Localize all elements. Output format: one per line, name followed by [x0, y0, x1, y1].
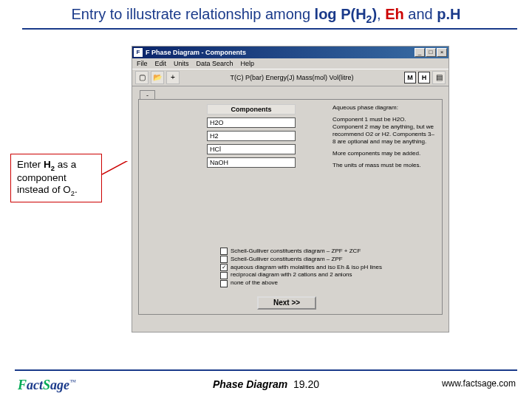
toolbar-extra-icon[interactable]: ▤	[432, 71, 446, 84]
footer: FactSage™ Phase Diagram 19.20 www.factsa…	[0, 374, 532, 393]
menu-data-search[interactable]: Data Search	[197, 60, 233, 67]
option-4[interactable]: reciprocal diagram with 2 cations and 2 …	[220, 271, 427, 279]
minimize-button[interactable]: _	[415, 48, 425, 57]
checkbox-icon[interactable]	[220, 272, 228, 279]
info-text-3: The units of mass must be moles.	[332, 162, 436, 169]
callout-box: Enter H2 as a component instead of O2.	[10, 154, 102, 202]
option-1[interactable]: Scheil-Gulliver constituents diagram – Z…	[220, 248, 427, 256]
menu-bar: File Edit Units Data Search Help	[132, 58, 449, 69]
component-1-input[interactable]	[207, 117, 296, 128]
components-block: Components	[207, 104, 296, 171]
checkbox-checked-icon[interactable]: ✓	[220, 264, 228, 271]
window-title: F Phase Diagram - Components	[146, 49, 415, 56]
menu-units[interactable]: Units	[174, 60, 189, 67]
app-icon: F	[134, 48, 143, 57]
components-header: Components	[207, 104, 296, 115]
toolbar-caption: T(C) P(bar) Energy(J) Mass(mol) Vol(litr…	[231, 74, 354, 81]
toolbar-h-icon[interactable]: H	[418, 72, 430, 83]
open-icon[interactable]: 📂	[151, 71, 164, 84]
slide-title: Entry to illustrate relationship among l…	[0, 0, 532, 28]
component-3-input[interactable]	[207, 144, 296, 154]
option-3[interactable]: ✓aqueous diagram with molalities and iso…	[220, 264, 427, 272]
info-heading: Aqueous phase diagram:	[332, 104, 436, 112]
next-button[interactable]: Next >>	[257, 296, 316, 310]
toolbar-m-icon[interactable]: M	[404, 72, 416, 83]
new-icon[interactable]: ▢	[135, 71, 149, 84]
checkbox-icon[interactable]	[220, 248, 228, 255]
title-underline	[22, 28, 517, 30]
toolbar: ▢ 📂 + T(C) P(bar) Energy(J) Mass(mol) Vo…	[132, 69, 449, 86]
add-icon[interactable]: +	[166, 71, 180, 84]
checkbox-icon[interactable]	[220, 256, 228, 263]
info-panel: Aqueous phase diagram: Component 1 must …	[332, 104, 436, 174]
tab-row: -	[132, 86, 449, 99]
menu-edit[interactable]: Edit	[155, 60, 167, 67]
main-panel: Components Aqueous phase diagram: Compon…	[138, 99, 443, 315]
info-text-2: More components may be added.	[332, 150, 436, 157]
option-2[interactable]: Scheil-Gulliver constituents diagram – Z…	[220, 256, 427, 264]
phase-diagram-window: F F Phase Diagram - Components _ □ × Fil…	[132, 46, 449, 332]
menu-help[interactable]: Help	[241, 60, 255, 67]
footer-divider	[15, 369, 517, 371]
footer-url: www.factsage.com	[442, 378, 516, 389]
diagram-options: Scheil-Gulliver constituents diagram – Z…	[220, 248, 427, 287]
option-5[interactable]: none of the above	[220, 279, 427, 287]
info-text-1: Component 1 must be H2O. Component 2 may…	[332, 116, 436, 146]
close-button[interactable]: ×	[437, 48, 447, 57]
window-titlebar: F F Phase Diagram - Components _ □ ×	[132, 47, 449, 58]
component-2-input[interactable]	[207, 131, 296, 141]
checkbox-icon[interactable]	[220, 280, 228, 287]
menu-file[interactable]: File	[137, 60, 148, 67]
maximize-button[interactable]: □	[426, 48, 436, 57]
component-4-input[interactable]	[207, 157, 296, 168]
